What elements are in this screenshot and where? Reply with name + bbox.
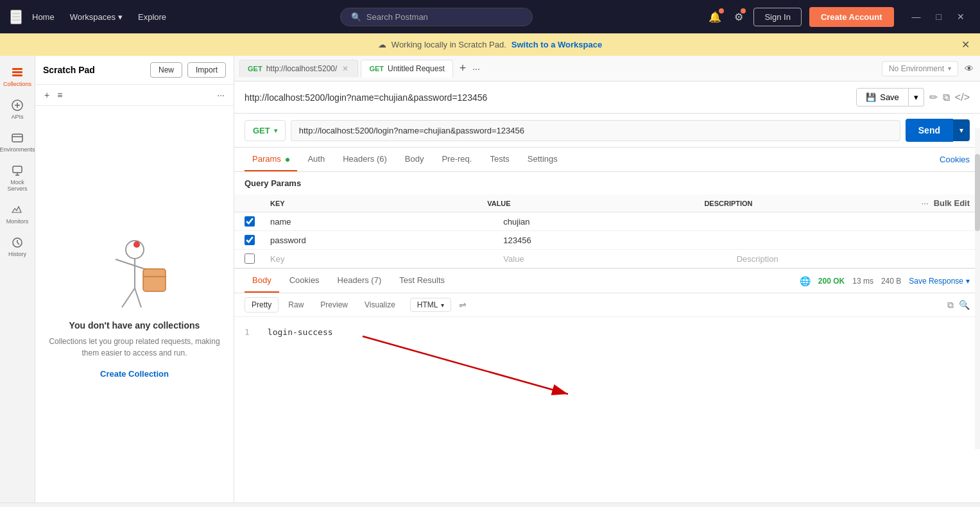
resp-tab-test-results[interactable]: Test Results bbox=[391, 269, 452, 293]
settings-badge bbox=[741, 8, 746, 13]
tab-untitled[interactable]: GET Untitled Request bbox=[361, 60, 452, 78]
format-type-selector[interactable]: HTML ▾ bbox=[410, 298, 451, 312]
tab-tests[interactable]: Tests bbox=[482, 148, 517, 171]
more-options-button[interactable]: ··· bbox=[216, 89, 226, 101]
svg-rect-0 bbox=[12, 68, 22, 70]
param-key-password[interactable]: password bbox=[270, 236, 503, 245]
params-active-dot bbox=[286, 158, 289, 162]
switch-workspace-link[interactable]: Switch to a Workspace bbox=[511, 40, 602, 49]
format-tab-preview[interactable]: Preview bbox=[313, 297, 355, 313]
empty-collections-title: You don't have any collections bbox=[69, 320, 200, 331]
create-collection-link[interactable]: Create Collection bbox=[100, 369, 169, 379]
save-chevron-icon: ▾ bbox=[914, 92, 918, 102]
name-checkbox[interactable] bbox=[245, 216, 255, 227]
param-desc-placeholder[interactable]: Description bbox=[737, 254, 970, 264]
home-link[interactable]: Home bbox=[32, 12, 55, 22]
tab-settings[interactable]: Settings bbox=[520, 148, 565, 171]
tab-params[interactable]: Params bbox=[245, 148, 297, 171]
table-more-button[interactable]: ··· bbox=[922, 198, 929, 208]
sidebar-item-mock-servers[interactable]: Mock Servers bbox=[1, 159, 34, 197]
maximize-button[interactable]: □ bbox=[931, 9, 947, 24]
search-response-button[interactable]: 🔍 bbox=[959, 300, 970, 311]
sidebar-item-history[interactable]: History bbox=[1, 231, 34, 262]
format-tab-pretty[interactable]: Pretty bbox=[245, 297, 279, 313]
resp-tab-headers[interactable]: Headers (7) bbox=[330, 269, 390, 293]
param-key-placeholder[interactable]: Key bbox=[270, 254, 503, 264]
url-input[interactable] bbox=[291, 120, 900, 141]
param-key-name[interactable]: name bbox=[270, 217, 503, 227]
sign-in-button[interactable]: Sign In bbox=[753, 8, 801, 26]
tab-prereq[interactable]: Pre-req. bbox=[434, 148, 479, 171]
banner-close-button[interactable]: ✕ bbox=[961, 39, 970, 51]
param-value-placeholder[interactable]: Value bbox=[503, 254, 736, 264]
import-button[interactable]: Import bbox=[187, 62, 226, 78]
tab-auth[interactable]: Auth bbox=[300, 148, 332, 171]
param-checkbox-name[interactable] bbox=[245, 216, 270, 227]
globe-icon-button[interactable]: 🌐 bbox=[800, 276, 811, 286]
close-button[interactable]: ✕ bbox=[952, 9, 970, 24]
param-checkbox-placeholder[interactable] bbox=[245, 254, 270, 264]
hamburger-menu-button[interactable]: ☰ bbox=[10, 10, 22, 24]
code-button[interactable]: </> bbox=[955, 91, 970, 103]
copy-button[interactable]: ⧉ bbox=[943, 91, 950, 103]
request-row: GET ▾ Send ▾ bbox=[234, 114, 980, 148]
collections-panel-header: Scratch Pad New Import bbox=[35, 56, 234, 85]
save-response-button[interactable]: Save Response ▾ bbox=[909, 277, 970, 286]
password-checkbox[interactable] bbox=[245, 235, 255, 245]
resp-tab-cookies[interactable]: Cookies bbox=[282, 269, 327, 293]
tab-untitled-label: Untitled Request bbox=[388, 64, 445, 73]
table-actions: ··· Bulk Edit bbox=[922, 198, 970, 208]
save-icon: 💾 bbox=[866, 92, 876, 102]
key-col-header: KEY bbox=[270, 200, 487, 207]
new-tab-button[interactable]: + bbox=[456, 62, 470, 75]
scrollbar-thumb[interactable] bbox=[975, 154, 980, 231]
sidebar-item-environments[interactable]: Environments bbox=[1, 126, 34, 158]
tab-body[interactable]: Body bbox=[397, 148, 432, 171]
placeholder-checkbox[interactable] bbox=[245, 254, 255, 264]
method-selector[interactable]: GET ▾ bbox=[245, 120, 286, 141]
collections-empty-state: You don't have any collections Collectio… bbox=[35, 106, 234, 503]
description-col-header: DESCRIPTION bbox=[704, 200, 921, 207]
param-checkbox-password[interactable] bbox=[245, 235, 270, 245]
new-button[interactable]: New bbox=[150, 62, 182, 78]
wrap-icon-button[interactable]: ⇌ bbox=[459, 300, 467, 310]
tab-localhost[interactable]: GET http://localhost:5200/ ✕ bbox=[239, 60, 358, 77]
bottom-bar: ⊞ Find and Replace ⊡ Console Runner CSDN… bbox=[0, 503, 980, 507]
tab-more-button[interactable]: ··· bbox=[472, 64, 480, 74]
environment-selector[interactable]: No Environment ▾ bbox=[882, 61, 958, 76]
format-tab-visualize[interactable]: Visualize bbox=[357, 297, 402, 313]
environment-label: No Environment bbox=[889, 64, 944, 73]
resp-tab-body[interactable]: Body bbox=[245, 269, 279, 293]
bulk-edit-button[interactable]: Bulk Edit bbox=[934, 198, 970, 208]
send-dropdown-button[interactable]: ▾ bbox=[953, 119, 970, 141]
param-value-password[interactable]: 123456 bbox=[503, 236, 736, 245]
workspaces-link[interactable]: Workspaces ▾ bbox=[70, 12, 123, 22]
nav-links: Home Workspaces ▾ Explore bbox=[32, 12, 166, 22]
edit-button[interactable]: ✏ bbox=[929, 91, 938, 103]
settings-button[interactable]: ⚙ bbox=[732, 8, 746, 26]
param-value-name[interactable]: chujian bbox=[503, 217, 736, 227]
add-collection-button[interactable]: + bbox=[43, 89, 51, 101]
method-label: GET bbox=[253, 126, 270, 135]
send-main-button[interactable]: Send bbox=[906, 119, 953, 142]
eye-icon-button[interactable]: 👁 bbox=[963, 62, 975, 75]
format-tab-raw[interactable]: Raw bbox=[281, 297, 311, 313]
tab-headers[interactable]: Headers (6) bbox=[335, 148, 395, 171]
copy-response-button[interactable]: ⧉ bbox=[947, 300, 954, 311]
sidebar-item-apis[interactable]: APIs bbox=[1, 94, 34, 125]
search-postman-box[interactable]: 🔍 Search Postman bbox=[340, 8, 533, 26]
response-content: 1 login-success bbox=[234, 317, 980, 503]
tab-close-button[interactable]: ✕ bbox=[341, 64, 350, 73]
mock-servers-icon bbox=[11, 164, 24, 177]
save-main-button[interactable]: 💾 Save bbox=[856, 88, 909, 107]
save-dropdown-button[interactable]: ▾ bbox=[909, 88, 924, 107]
explore-link[interactable]: Explore bbox=[138, 12, 166, 22]
minimize-button[interactable]: — bbox=[907, 9, 926, 24]
sidebar-item-monitors[interactable]: Monitors bbox=[1, 198, 34, 230]
bell-button[interactable]: 🔔 bbox=[706, 8, 724, 26]
filter-button[interactable]: ≡ bbox=[56, 89, 64, 101]
svg-line-12 bbox=[116, 259, 135, 266]
create-account-button[interactable]: Create Account bbox=[809, 7, 894, 27]
sidebar-item-collections[interactable]: Collections bbox=[1, 61, 34, 92]
cookies-link[interactable]: Cookies bbox=[940, 155, 970, 164]
